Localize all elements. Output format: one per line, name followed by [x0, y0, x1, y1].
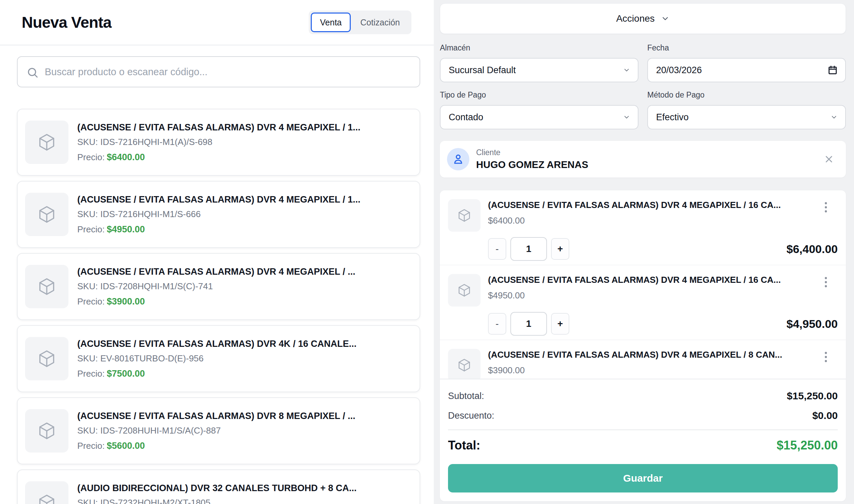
- remove-client-button[interactable]: [822, 152, 836, 166]
- qty-decrease-button[interactable]: -: [488, 313, 506, 335]
- item-menu-button[interactable]: [823, 200, 829, 214]
- product-info: (ACUSENSE / EVITA FALSAS ALARMAS) DVR 4 …: [77, 267, 356, 307]
- tipo-pago-select[interactable]: Contado: [440, 105, 639, 129]
- client-name: HUGO GOMEZ ARENAS: [476, 159, 822, 170]
- search-input[interactable]: [18, 57, 420, 87]
- item-menu-button[interactable]: [823, 275, 829, 289]
- product-sku: SKU: IDS-7232HQHI-M2/XT-1805: [77, 498, 356, 504]
- cart-summary: Subtotal: $15,250.00 Descuento: $0.00 To…: [440, 379, 846, 452]
- tipo-pago-value: Contado: [449, 112, 483, 123]
- qty-input[interactable]: [510, 237, 547, 261]
- client-card: Cliente HUGO GOMEZ ARENAS: [440, 141, 846, 178]
- discount-value: $0.00: [812, 410, 838, 421]
- product-image-placeholder: [25, 337, 69, 380]
- product-sku: SKU: IDS-7208HQHI-M1/S(C)-741: [77, 281, 356, 292]
- cart-item-info: (ACUSENSE / EVITA FALSAS ALARMAS) DVR 4 …: [488, 200, 818, 226]
- product-title: (ACUSENSE / EVITA FALSAS ALARMAS) DVR 4K…: [77, 339, 356, 349]
- package-icon: [457, 358, 472, 373]
- cart-item-image-placeholder: [448, 349, 481, 379]
- cart-item-title: (ACUSENSE / EVITA FALSAS ALARMAS) DVR 4 …: [488, 275, 818, 285]
- field-almacen: Almacén Sucursal Default: [440, 43, 639, 82]
- product-info: (AUDIO BIDIRECCIONAL) DVR 32 CANALES TUR…: [77, 483, 356, 504]
- cart-item-image-placeholder: [448, 199, 481, 232]
- line-total: $6,400.00: [786, 242, 838, 256]
- left-body: (ACUSENSE / EVITA FALSAS ALARMAS) DVR 4 …: [0, 46, 434, 504]
- save-button[interactable]: Guardar: [448, 464, 838, 492]
- price-label: Precio:: [77, 441, 105, 451]
- tab-venta[interactable]: Venta: [311, 13, 351, 32]
- product-title: (ACUSENSE / EVITA FALSAS ALARMAS) DVR 4 …: [77, 194, 360, 205]
- metodo-pago-select[interactable]: Efectivo: [647, 105, 846, 129]
- qty-increase-button[interactable]: +: [551, 238, 569, 260]
- fecha-input[interactable]: [656, 65, 828, 75]
- sale-form: Almacén Sucursal Default Fecha: [440, 43, 846, 129]
- product-image-placeholder: [25, 481, 69, 504]
- field-fecha: Fecha: [647, 43, 846, 82]
- subtotal-label: Subtotal:: [448, 391, 484, 401]
- metodo-pago-label: Método de Pago: [647, 90, 846, 100]
- quantity-row: - + $6,400.00: [488, 237, 838, 261]
- product-price: $6400.00: [107, 152, 145, 162]
- product-title: (ACUSENSE / EVITA FALSAS ALARMAS) DVR 4 …: [77, 267, 356, 277]
- sale-type-toggle: Venta Cotización: [309, 11, 411, 34]
- close-icon: [823, 154, 834, 165]
- sale-panel: Acciones Almacén Sucursal Default Fecha: [434, 0, 854, 504]
- product-image-placeholder: [25, 265, 69, 308]
- cart-items: (ACUSENSE / EVITA FALSAS ALARMAS) DVR 4 …: [440, 190, 846, 379]
- product-card[interactable]: (ACUSENSE / EVITA FALSAS ALARMAS) DVR 4 …: [17, 181, 420, 248]
- discount-row: Descuento: $0.00: [448, 410, 838, 421]
- price-label: Precio:: [77, 224, 105, 234]
- tipo-pago-label: Tipo de Pago: [440, 90, 639, 100]
- cart-card: (ACUSENSE / EVITA FALSAS ALARMAS) DVR 4 …: [440, 190, 846, 501]
- subtotal-row: Subtotal: $15,250.00: [448, 390, 838, 402]
- calendar-icon[interactable]: [828, 65, 838, 75]
- package-icon: [457, 283, 472, 298]
- product-info: (ACUSENSE / EVITA FALSAS ALARMAS) DVR 4 …: [77, 122, 360, 163]
- line-total: $4,950.00: [786, 317, 838, 330]
- product-price-row: Precio:$5600.00: [77, 441, 356, 451]
- package-icon: [37, 493, 57, 504]
- product-card[interactable]: (ACUSENSE / EVITA FALSAS ALARMAS) DVR 4K…: [17, 325, 420, 392]
- cart-item-info: (ACUSENSE / EVITA FALSAS ALARMAS) DVR 4 …: [488, 275, 818, 301]
- product-title: (AUDIO BIDIRECCIONAL) DVR 32 CANALES TUR…: [77, 483, 356, 493]
- qty-decrease-button[interactable]: -: [488, 238, 506, 260]
- product-title: (ACUSENSE / EVITA FALSAS ALARMAS) DVR 8 …: [77, 411, 356, 421]
- kebab-icon: [823, 201, 828, 213]
- product-price: $4950.00: [107, 224, 145, 234]
- cart-item-header: (ACUSENSE / EVITA FALSAS ALARMAS) DVR 4 …: [448, 349, 838, 379]
- client-avatar: [447, 148, 469, 170]
- almacen-select[interactable]: Sucursal Default: [440, 58, 639, 82]
- kebab-icon: [823, 351, 828, 363]
- cart-item-header: (ACUSENSE / EVITA FALSAS ALARMAS) DVR 4 …: [448, 199, 838, 232]
- cart-item-unit-price: $4950.00: [488, 290, 818, 301]
- product-card[interactable]: (AUDIO BIDIRECCIONAL) DVR 32 CANALES TUR…: [17, 469, 420, 504]
- total-value: $15,250.00: [777, 438, 838, 452]
- tab-cotizacion[interactable]: Cotización: [351, 13, 409, 32]
- product-info: (ACUSENSE / EVITA FALSAS ALARMAS) DVR 8 …: [77, 411, 356, 451]
- product-card[interactable]: (ACUSENSE / EVITA FALSAS ALARMAS) DVR 4 …: [17, 109, 420, 176]
- qty-input[interactable]: [510, 312, 547, 336]
- package-icon: [37, 204, 57, 224]
- product-card[interactable]: (ACUSENSE / EVITA FALSAS ALARMAS) DVR 8 …: [17, 397, 420, 464]
- product-price-row: Precio:$6400.00: [77, 152, 360, 163]
- discount-label: Descuento:: [448, 411, 495, 421]
- qty-increase-button[interactable]: +: [551, 313, 569, 335]
- package-icon: [37, 421, 57, 441]
- product-sku: SKU: IDS-7216HQHI-M1(A)/S-698: [77, 137, 360, 147]
- products-panel: Nueva Venta Venta Cotización (ACUSENSE /…: [0, 0, 434, 504]
- product-image-placeholder: [25, 409, 69, 452]
- package-icon: [37, 349, 57, 368]
- product-list: (ACUSENSE / EVITA FALSAS ALARMAS) DVR 4 …: [17, 109, 420, 504]
- actions-button[interactable]: Acciones: [440, 3, 846, 34]
- package-icon: [37, 132, 57, 152]
- product-price: $7500.00: [107, 368, 145, 379]
- left-header: Nueva Venta Venta Cotización: [0, 0, 434, 46]
- product-card[interactable]: (ACUSENSE / EVITA FALSAS ALARMAS) DVR 4 …: [17, 253, 420, 320]
- cart-item-info: (ACUSENSE / EVITA FALSAS ALARMAS) DVR 4 …: [488, 349, 818, 376]
- item-menu-button[interactable]: [823, 350, 829, 364]
- cart-item-unit-price: $3900.00: [488, 365, 818, 376]
- chevron-down-icon: [661, 14, 670, 23]
- cart-item: (ACUSENSE / EVITA FALSAS ALARMAS) DVR 4 …: [440, 340, 846, 379]
- field-metodo-pago: Método de Pago Efectivo: [647, 90, 846, 129]
- cart-item-title: (ACUSENSE / EVITA FALSAS ALARMAS) DVR 4 …: [488, 349, 818, 360]
